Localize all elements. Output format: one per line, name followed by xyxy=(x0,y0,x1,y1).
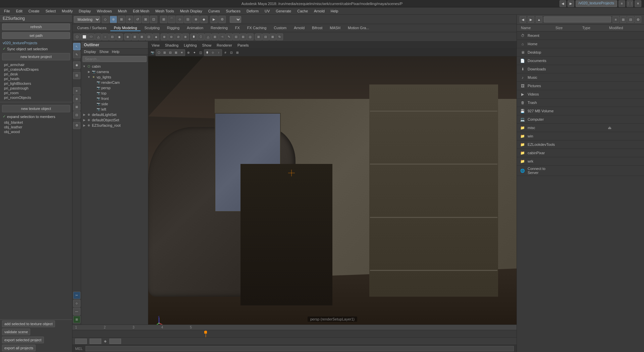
tree-item-cabin[interactable]: ▼ ⬡ cabin xyxy=(81,64,148,69)
paint-select-btn[interactable]: ⊞ xyxy=(118,16,125,23)
file-item-volume[interactable]: 💾 927 MB Volume xyxy=(517,107,644,115)
select-tool-btn[interactable]: ◇ xyxy=(102,16,109,23)
tree-item-rendercam[interactable]: 📷 renderCam xyxy=(81,80,148,85)
vp-persp-icon[interactable]: ⬡ xyxy=(156,50,162,55)
expand-arrow[interactable]: ▼ xyxy=(83,65,86,68)
outliner-search[interactable] xyxy=(83,56,147,62)
object-item[interactable]: pri_desk xyxy=(3,72,69,76)
menu-mesh-display[interactable]: Mesh Display xyxy=(177,8,205,14)
grid-view-btn[interactable]: ⊞ xyxy=(620,16,627,23)
export-selected-btn[interactable]: export selected project xyxy=(2,337,44,343)
current-frame-input[interactable]: 1 xyxy=(75,339,87,344)
menu-select[interactable]: Select xyxy=(43,8,59,14)
outliner-menu-display[interactable]: Display xyxy=(83,49,97,54)
viewport[interactable]: View Shading Lighting Show Renderer Pane… xyxy=(148,42,517,325)
vp-menu-view[interactable]: View xyxy=(150,43,162,48)
tree-item-top[interactable]: 📷 top xyxy=(81,91,148,96)
attr-editor-btn[interactable]: ⊡ xyxy=(73,111,80,119)
tab-motion-gra[interactable]: Motion Gra... xyxy=(344,25,373,31)
menu-generate[interactable]: Generate xyxy=(273,8,294,14)
move-tool-btn[interactable]: ✛ xyxy=(126,16,133,23)
transform-tool-btn[interactable]: ⊡ xyxy=(150,16,157,23)
poly-torus-btn[interactable]: ○ xyxy=(102,34,109,40)
offset-edge-btn[interactable]: ⊠ xyxy=(269,34,276,40)
tab-poly-modeling[interactable]: Poly Modeling xyxy=(110,25,140,31)
tab-mash[interactable]: MASH xyxy=(326,25,344,31)
boolean-btn[interactable]: ⊗ xyxy=(182,34,189,40)
extrude-btn[interactable]: ⊕ xyxy=(124,34,131,40)
tab-animation[interactable]: Animation xyxy=(183,25,207,31)
menu-help[interactable]: Help xyxy=(328,8,341,14)
vp-points-icon[interactable]: ⊹ xyxy=(210,50,216,55)
tree-item-ezsurfacing-root[interactable]: ▶ ⊕ EZSurfacing_root xyxy=(81,123,148,128)
vp-texture-icon[interactable]: ⊠ xyxy=(173,50,179,55)
tree-item-vp-lights[interactable]: ▼ ☀ vp_lights xyxy=(81,74,148,80)
poly-plane-btn[interactable]: ⊟ xyxy=(109,34,116,40)
file-item-music[interactable]: ♪ Music xyxy=(517,73,644,82)
path-settings-btn[interactable]: ≡ xyxy=(619,0,625,7)
snap-curve-btn[interactable]: ⌒ xyxy=(168,16,175,23)
vp-normals-icon[interactable]: ↑ xyxy=(216,50,221,55)
object-item[interactable]: pri_room xyxy=(3,91,69,95)
mode-face-btn[interactable]: ⊞ xyxy=(73,316,80,323)
tab-custom[interactable]: Custom xyxy=(270,25,290,31)
tab-bifrost[interactable]: Bifrost xyxy=(309,25,326,31)
file-item-downloads[interactable]: ⬇ Downloads xyxy=(517,65,644,73)
vp-grid-icon[interactable]: # xyxy=(223,50,228,55)
close-path-btn[interactable]: ✕ xyxy=(635,0,641,7)
menu-display[interactable]: Display xyxy=(76,8,94,14)
channel-box-btn[interactable]: ⊞ xyxy=(73,103,80,111)
file-item-trash[interactable]: 🗑 Trash xyxy=(517,99,644,107)
obj-item-blanket[interactable]: obj_blanket xyxy=(3,120,69,125)
menu-modify[interactable]: Modify xyxy=(59,8,75,14)
timeline-frame-marker[interactable] xyxy=(204,331,207,334)
tab-fx-caching[interactable]: FX Caching xyxy=(244,25,270,31)
tab-rigging[interactable]: Rigging xyxy=(164,25,183,31)
snap-grid-btn[interactable]: ⊞ xyxy=(160,16,167,23)
back-btn[interactable]: ◀ xyxy=(559,0,566,7)
combine-btn[interactable]: ⊕ xyxy=(161,34,168,40)
triangulate-btn[interactable]: △ xyxy=(205,34,211,40)
vp-menu-show[interactable]: Show xyxy=(200,43,214,48)
expand-arrow[interactable]: ▶ xyxy=(83,118,86,122)
menu-windows[interactable]: Windows xyxy=(94,8,115,14)
bridge-btn[interactable]: ⊞ xyxy=(131,34,138,40)
col-size[interactable]: Size xyxy=(554,25,581,31)
file-item-cabinpixar[interactable]: 📁 cabinPixar xyxy=(517,149,644,157)
symmetry-selector[interactable]: Symmetry: Off xyxy=(230,16,241,23)
fill-hole-btn[interactable]: ⊡ xyxy=(146,34,152,40)
spin-edge-btn[interactable]: ↻ xyxy=(276,34,283,40)
col-type[interactable]: Type xyxy=(581,25,608,31)
multi-cut-btn[interactable]: ✂ xyxy=(73,292,80,299)
column-view-btn[interactable]: ⊟ xyxy=(627,16,634,23)
expand-arrow[interactable]: ▼ xyxy=(87,75,91,79)
file-item-videos[interactable]: ▶ Videos xyxy=(517,90,644,99)
file-item-ezlookdevtools[interactable]: 📁 EZLookdevTools xyxy=(517,140,644,149)
separate-btn[interactable]: ⊖ xyxy=(168,34,175,40)
outliner-btn[interactable]: ≡ xyxy=(73,87,80,95)
view-toggle-btn[interactable]: ⋮⋮ xyxy=(627,0,633,7)
forward-btn[interactable]: ▶ xyxy=(568,0,574,7)
file-item-misc[interactable]: 📁 misc ⏏ xyxy=(517,124,644,132)
bevel-btn[interactable]: ⊟ xyxy=(233,34,239,40)
obj-item-leather[interactable]: obj_leather xyxy=(3,125,69,129)
render-settings-btn[interactable]: ⚙ xyxy=(218,16,226,23)
vp-isolate-icon[interactable]: ⊛ xyxy=(186,50,191,55)
menu-mesh[interactable]: Mesh xyxy=(115,8,129,14)
tab-sculpting[interactable]: Sculpting xyxy=(141,25,163,31)
vp-menu-lighting[interactable]: Lighting xyxy=(182,43,199,48)
tool-settings-btn[interactable]: ⚙ xyxy=(73,122,80,129)
set-path-btn[interactable]: set path xyxy=(2,32,70,39)
file-search-input[interactable] xyxy=(544,16,611,22)
vp-menu-renderer[interactable]: Renderer xyxy=(215,43,234,48)
menu-surfaces[interactable]: Surfaces xyxy=(223,8,243,14)
menu-deform[interactable]: Deform xyxy=(244,8,261,14)
poly-cube-btn[interactable]: ⬜ xyxy=(81,34,88,40)
soft-select-btn[interactable]: ◉ xyxy=(73,61,80,69)
col-modified[interactable]: Modified xyxy=(608,25,641,31)
obj-item-wood[interactable]: obj_wood xyxy=(3,129,69,134)
list-view-btn[interactable]: ≡ xyxy=(612,16,619,23)
extract-btn[interactable]: ⊘ xyxy=(175,34,182,40)
file-item-wrk[interactable]: 📁 wrk xyxy=(517,157,644,166)
menu-create[interactable]: Create xyxy=(26,8,42,14)
